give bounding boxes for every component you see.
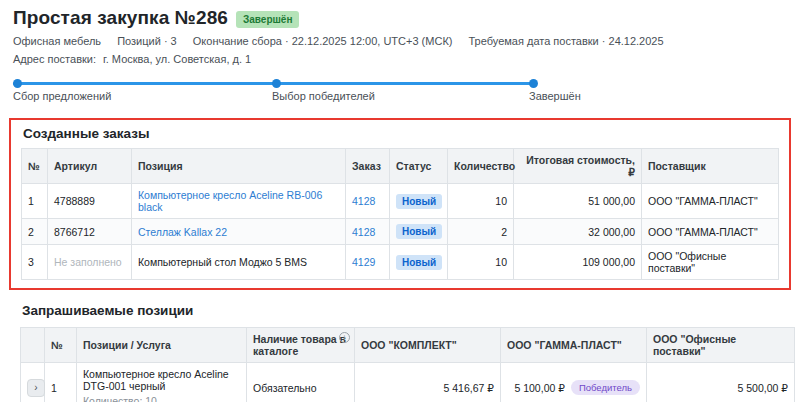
order-total: 109 000,00 — [514, 245, 642, 280]
requested-positions-section: Запрашиваемые позиции № Позиции / Услуга… — [20, 303, 795, 402]
col-supplier-ofis: ООО "Офисные поставки" — [647, 328, 795, 363]
price-ofis: 5 500,00 ₽ — [647, 363, 795, 402]
price-komplekt: 5 416,67 ₽ — [355, 363, 501, 402]
winner-badge: Победитель — [571, 380, 640, 395]
progress-dot-3 — [529, 79, 538, 88]
item-availability: Обязательно — [247, 363, 355, 402]
page-title: Простая закупка №286 — [13, 7, 228, 29]
col-availability: Наличие товара в каталогеi — [247, 328, 355, 363]
order-link[interactable]: 4129 — [352, 256, 375, 268]
order-num: 2 — [22, 219, 48, 245]
progress-stepper: Сбор предложений Выбор победителей Завер… — [0, 75, 800, 109]
col-status: Статус — [390, 149, 448, 184]
requested-row: › 1 Компьютерное кресло Aceline DTG-001 … — [21, 363, 795, 402]
position-link[interactable]: Компьютерное кресло Aceline RB-006 black — [138, 189, 322, 213]
address-value: г. Москва, ул. Советская, д. 1 — [103, 53, 251, 65]
procurement-page: Простая закупка №286 Завершён Офисная ме… — [0, 0, 800, 402]
info-icon[interactable]: i — [339, 332, 350, 343]
col-num: № — [22, 149, 48, 184]
order-link[interactable]: 4128 — [352, 195, 375, 207]
price-gamma: 5 100,00 ₽ — [514, 382, 564, 394]
order-qty: 10 — [448, 184, 514, 219]
status-badge: Завершён — [236, 11, 299, 28]
requested-positions-title: Запрашиваемые позиции — [22, 303, 795, 318]
progress-step-winners: Выбор победителей — [272, 90, 375, 102]
order-link[interactable]: 4128 — [352, 226, 375, 238]
created-orders-table: № Артикул Позиция Заказ Статус Количеств… — [21, 148, 779, 280]
order-position-text: Компьютерный стол Моджо 5 BMS — [132, 245, 346, 280]
col-supplier-gamma: ООО "ГАММА-ПЛАСТ" — [501, 328, 647, 363]
order-num: 3 — [22, 245, 48, 280]
progress-dot-1 — [13, 79, 22, 88]
order-qty: 10 — [448, 245, 514, 280]
position-link[interactable]: Стеллаж Kallax 22 — [138, 226, 227, 238]
meta-delivery-date: Требуемая дата поставки · 24.12.2025 — [469, 35, 664, 47]
order-total: 51 000,00 — [514, 184, 642, 219]
meta-category: Офисная мебель — [13, 35, 101, 47]
row-num: 1 — [45, 363, 77, 402]
order-row: 3 Не заполнено Компьютерный стол Моджо 5… — [22, 245, 779, 280]
col-num: № — [45, 328, 77, 363]
address-line: Адрес поставки: г. Москва, ул. Советская… — [13, 53, 787, 65]
order-article-empty: Не заполнено — [48, 245, 132, 280]
col-total: Итоговая стоимость, ₽ — [514, 149, 642, 184]
order-num: 1 — [22, 184, 48, 219]
orders-header-row: № Артикул Позиция Заказ Статус Количеств… — [22, 149, 779, 184]
meta-positions: Позиций · 3 — [117, 35, 177, 47]
availability-label: Наличие товара в каталоге — [253, 333, 346, 357]
created-orders-title: Созданные заказы — [23, 126, 779, 141]
status-new-badge: Новый — [396, 224, 442, 239]
col-name: Позиции / Услуга — [77, 328, 247, 363]
col-expand — [21, 328, 45, 363]
meta-collection-end: Окончание сбора · 22.12.2025 12:00, UTC+… — [193, 35, 453, 47]
order-total: 32 000,00 — [514, 219, 642, 245]
col-position: Позиция — [132, 149, 346, 184]
item-qty: Количество: 10 — [83, 395, 240, 402]
item-name: Компьютерное кресло Aceline DTG-001 черн… — [83, 368, 240, 392]
page-header: Простая закупка №286 Завершён Офисная ме… — [0, 0, 800, 65]
order-row: 1 4788889 Компьютерное кресло Aceline RB… — [22, 184, 779, 219]
col-qty: Количество — [448, 149, 514, 184]
expand-row-button[interactable]: › — [27, 379, 45, 397]
status-new-badge: Новый — [396, 255, 442, 270]
status-new-badge: Новый — [396, 194, 442, 209]
progress-dot-2 — [272, 79, 281, 88]
order-article: 4788889 — [48, 184, 132, 219]
order-supplier: ООО "ГАММА-ПЛАСТ" — [642, 184, 779, 219]
col-supplier-komplekt: ООО "КОМПЛЕКТ" — [355, 328, 501, 363]
progress-step-done: Завершён — [529, 90, 581, 102]
col-supplier: Поставщик — [642, 149, 779, 184]
requested-header-row: № Позиции / Услуга Наличие товара в ката… — [21, 328, 795, 363]
address-label: Адрес поставки: — [13, 53, 96, 65]
requested-positions-table: № Позиции / Услуга Наличие товара в ката… — [20, 327, 795, 402]
order-row: 2 8766712 Стеллаж Kallax 22 4128 Новый 2… — [22, 219, 779, 245]
col-article: Артикул — [48, 149, 132, 184]
order-article: 8766712 — [48, 219, 132, 245]
order-supplier: ООО "Офисные поставки" — [642, 245, 779, 280]
order-qty: 2 — [448, 219, 514, 245]
created-orders-section: Созданные заказы № Артикул Позиция Заказ… — [9, 118, 791, 290]
progress-step-collect: Сбор предложений — [13, 90, 111, 102]
meta-line: Офисная мебель Позиций · 3 Окончание сбо… — [13, 35, 787, 47]
col-order: Заказ — [346, 149, 390, 184]
order-supplier: ООО "ГАММА-ПЛАСТ" — [642, 219, 779, 245]
